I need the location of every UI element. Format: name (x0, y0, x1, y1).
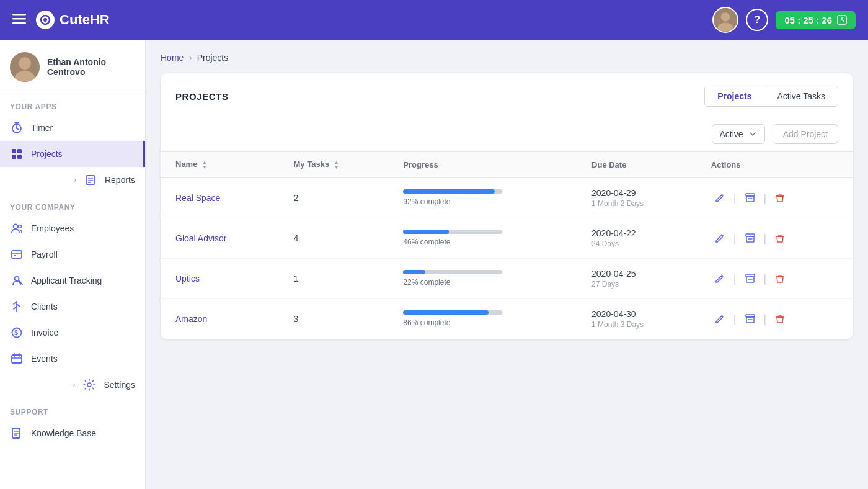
project-name-link[interactable]: Uptics (175, 274, 200, 284)
actions-cell: | | (711, 310, 838, 328)
edit-icon (714, 192, 725, 204)
sidebar-item-employees[interactable]: Employees (0, 215, 145, 241)
delete-button[interactable] (771, 230, 789, 247)
status-dropdown[interactable]: Active (712, 124, 765, 144)
due-sub: 27 Days (591, 280, 681, 289)
col-actions: Actions (696, 152, 853, 178)
sidebar-user: Ethan Antonio Centrovo (0, 40, 145, 92)
col-name[interactable]: Name ▲▼ (161, 152, 279, 178)
project-name-cell: Real Space (161, 177, 279, 218)
sidebar-reports-label: Reports (105, 175, 135, 185)
user-avatar-top[interactable] (712, 7, 738, 33)
breadcrumb-home[interactable]: Home (161, 53, 184, 63)
svg-rect-20 (12, 155, 16, 159)
project-tasks-cell: 3 (279, 298, 389, 339)
breadcrumb-sep: › (188, 52, 192, 63)
edit-icon (714, 233, 725, 244)
breadcrumb: Home › Projects (161, 52, 853, 63)
projects-table: Name ▲▼ My Tasks ▲▼ Progress Due Date (161, 151, 853, 339)
table-header-row: Name ▲▼ My Tasks ▲▼ Progress Due Date (161, 152, 853, 178)
topbar-left: CuteHR (12, 11, 110, 29)
due-date: 2020-04-25 (591, 269, 681, 279)
svg-rect-18 (12, 149, 16, 153)
sidebar-item-reports[interactable]: › Reports (0, 167, 145, 193)
sidebar-events-label: Events (31, 354, 58, 364)
settings-icon (82, 378, 96, 392)
sidebar-item-payroll[interactable]: Payroll (0, 241, 145, 267)
tab-active-tasks[interactable]: Active Tasks (764, 86, 838, 106)
archive-button[interactable] (742, 189, 759, 207)
edit-button[interactable] (711, 230, 728, 247)
edit-button[interactable] (711, 310, 728, 328)
status-selected: Active (720, 129, 743, 139)
svg-rect-2 (12, 22, 26, 24)
sidebar-username: Ethan Antonio Centrovo (47, 57, 135, 77)
archive-icon (745, 233, 756, 244)
delete-icon (774, 233, 786, 244)
delete-button[interactable] (771, 310, 789, 328)
edit-icon (714, 273, 725, 284)
progress-bar-wrap: 86% complete (403, 310, 502, 327)
due-sub: 1 Month 3 Days (591, 320, 681, 329)
project-tasks-cell: 2 (279, 177, 389, 218)
edit-button[interactable] (711, 270, 728, 287)
sidebar-timer-label: Timer (31, 123, 53, 133)
reports-chevron: › (74, 176, 76, 184)
timer-button[interactable]: 05 : 25 : 26 (776, 11, 856, 29)
svg-rect-19 (17, 149, 22, 153)
action-sep-2: | (764, 192, 767, 204)
svg-text:$: $ (14, 329, 18, 336)
app-name: CuteHR (60, 12, 110, 28)
sidebar-item-applicant-tracking[interactable]: Applicant Tracking (0, 267, 145, 294)
sidebar-item-knowledge-base[interactable]: Knowledge Base (0, 420, 145, 446)
hamburger-menu[interactable] (12, 12, 26, 29)
archive-button[interactable] (742, 230, 759, 247)
help-button[interactable]: ? (746, 9, 768, 31)
clients-icon (10, 300, 24, 313)
project-name-link[interactable]: Amazon (175, 314, 207, 324)
project-tasks-cell: 1 (279, 258, 389, 298)
progress-text: 22% complete (403, 278, 502, 287)
col-progress: Progress (388, 152, 577, 178)
svg-line-16 (17, 128, 19, 130)
table-row: Uptics 1 22% complete 2020-04-25 27 Days (161, 258, 853, 298)
sidebar-item-timer[interactable]: Timer (0, 115, 145, 141)
sidebar-item-projects[interactable]: Projects (0, 141, 145, 167)
progress-bar-bg (403, 310, 502, 315)
due-date: 2020-04-29 (591, 188, 681, 198)
settings-chevron: › (73, 380, 75, 389)
project-progress-cell: 92% complete (388, 177, 577, 218)
sidebar-item-clients[interactable]: Clients (0, 294, 145, 320)
svg-point-43 (87, 383, 91, 387)
your-apps-label: Your Apps (0, 92, 145, 115)
archive-icon (745, 192, 756, 204)
project-name-link[interactable]: Gloal Advisor (175, 233, 226, 243)
logo-icon (36, 11, 55, 29)
projects-title: PROJECTS (175, 91, 229, 102)
svg-rect-28 (12, 251, 22, 258)
project-due-date-cell: 2020-04-29 1 Month 2 Days (577, 177, 696, 218)
sidebar-payroll-label: Payroll (31, 249, 58, 259)
sidebar-item-invoice[interactable]: $ Invoice (0, 320, 145, 346)
project-name-link[interactable]: Real Space (175, 193, 220, 203)
sidebar-item-events[interactable]: Events (0, 346, 145, 372)
projects-tabs: Projects Active Tasks (704, 86, 838, 107)
tab-projects[interactable]: Projects (705, 86, 764, 106)
action-sep-2: | (764, 233, 767, 244)
sidebar-item-settings[interactable]: › Settings (0, 372, 145, 398)
delete-button[interactable] (771, 189, 789, 207)
edit-button[interactable] (711, 189, 728, 207)
delete-button[interactable] (771, 270, 789, 287)
svg-point-27 (19, 225, 22, 228)
archive-button[interactable] (742, 310, 759, 328)
archive-button[interactable] (742, 270, 759, 287)
svg-point-4 (43, 18, 47, 22)
project-due-date-cell: 2020-04-25 27 Days (577, 258, 696, 298)
svg-point-6 (721, 12, 730, 21)
delete-icon (774, 192, 786, 204)
due-date: 2020-04-22 (591, 228, 681, 238)
edit-icon (714, 313, 725, 325)
add-project-button[interactable]: Add Project (773, 124, 838, 144)
col-my-tasks[interactable]: My Tasks ▲▼ (279, 152, 389, 178)
table-row: Real Space 2 92% complete 2020-04-29 1 M… (161, 177, 853, 218)
